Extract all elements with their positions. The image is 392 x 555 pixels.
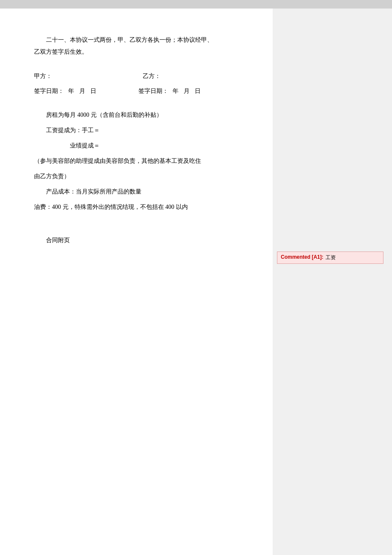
page-wrapper: 二十一、本协议一式两份，甲、乙双方各执一份；本协议经甲、 乙双方签字后生效。 甲…: [0, 9, 392, 555]
footer-text: 合同附页: [46, 237, 70, 243]
comment-area: Commented [A1]: 工资: [273, 9, 392, 555]
comment-label: Commented [A1]:: [281, 254, 323, 260]
appendix-section: 房租为每月 4000 元（含前台和后勤的补贴） 工资提成为：手工＝ 业绩提成＝ …: [34, 109, 243, 213]
date-left: 签字日期： 年 月 日: [34, 86, 138, 96]
appendix-item-5: 产品成本：当月实际所用产品的数量: [34, 186, 243, 198]
comment-text: 工资: [326, 254, 336, 261]
document-area: 二十一、本协议一式两份，甲、乙双方各执一份；本协议经甲、 乙双方签字后生效。 甲…: [0, 9, 273, 555]
date-fields-left: 年 月 日: [68, 86, 96, 96]
date-row: 签字日期： 年 月 日 签字日期： 年 月 日: [34, 86, 243, 96]
parties-section: 甲方： 乙方： 签字日期： 年 月 日: [34, 71, 243, 96]
day-left: 日: [90, 86, 96, 96]
comment-box: Commented [A1]: 工资: [277, 251, 383, 264]
appendix-item-6: 油费：400 元，特殊需外出的情况结现，不包括在 400 以内: [34, 201, 243, 213]
section-21-line1: 二十一、本协议一式两份，甲、乙双方各执一份；本协议经甲、: [34, 34, 243, 46]
section-21: 二十一、本协议一式两份，甲、乙双方各执一份；本协议经甲、 乙双方签字后生效。: [34, 34, 243, 58]
year-left: 年: [68, 86, 74, 96]
doc-content: 二十一、本协议一式两份，甲、乙双方各执一份；本协议经甲、 乙双方签字后生效。 甲…: [34, 34, 243, 246]
appendix-item-3: 业绩提成＝: [34, 140, 243, 152]
day-right: 日: [195, 86, 201, 96]
sign-date-left-label: 签字日期：: [34, 86, 64, 96]
month-right: 月: [184, 86, 190, 96]
appendix-item-2: 工资提成为：手工＝: [34, 124, 243, 136]
appendix-item-4-line1: （参与美容部的助理提成由美容部负责，其他的基本工资及吃住: [34, 155, 243, 167]
jiafang-label: 甲方：: [34, 73, 52, 79]
date-fields-right: 年 月 日: [173, 86, 201, 96]
sign-date-right-label: 签字日期：: [138, 86, 168, 96]
month-left: 月: [79, 86, 85, 96]
date-right: 签字日期： 年 月 日: [138, 86, 243, 96]
party-right: 乙方：: [134, 71, 243, 81]
yifang-label: 乙方：: [143, 73, 161, 79]
appendix-item-1: 房租为每月 4000 元（含前台和后勤的补贴）: [34, 109, 243, 121]
parties-row: 甲方： 乙方：: [34, 71, 243, 81]
section-21-line2: 乙双方签字后生效。: [34, 46, 243, 58]
year-right: 年: [173, 86, 179, 96]
party-left: 甲方：: [34, 71, 134, 81]
footer-section: 合同附页: [34, 234, 243, 246]
appendix-item-4-line2: 由乙方负责）: [34, 171, 243, 182]
